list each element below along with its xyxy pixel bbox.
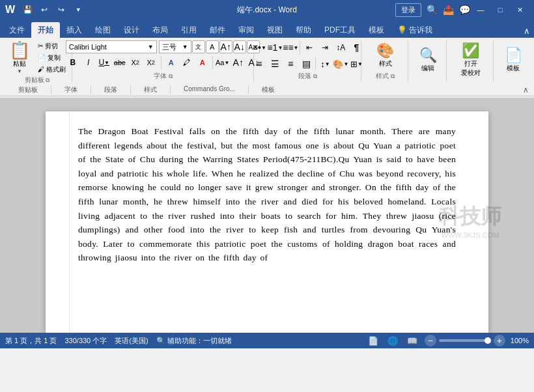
show-formatting-button[interactable]: ¶ <box>349 40 363 55</box>
zoom-thumb <box>485 337 491 344</box>
tab-templates[interactable]: 模板 <box>362 22 391 38</box>
zoom-slider[interactable] <box>439 339 491 342</box>
superscript-button[interactable]: X2 <box>144 55 158 70</box>
ribbon-section-labels: 剪贴板 字体 段落 样式 Commands Gro... 模板 <box>5 85 288 94</box>
font-size-aa[interactable]: A <box>206 40 219 53</box>
editing-button[interactable]: 🔍 编辑 <box>412 47 444 74</box>
print-layout-view-btn[interactable]: 📄 <box>366 335 380 346</box>
multilevel-list-button[interactable]: ≡≡ ▼ <box>283 40 298 55</box>
strikethrough-button[interactable]: abc <box>113 55 127 70</box>
sort-button[interactable]: ↕A <box>333 40 348 55</box>
increase-indent-button[interactable]: ⇥ <box>318 40 332 55</box>
bullets-button[interactable]: ≡• ▼ <box>252 40 266 55</box>
comment-icon[interactable]: 💬 <box>459 5 470 15</box>
font-size-wubi[interactable]: 文 <box>192 40 205 53</box>
align-center-btn[interactable]: ☰ <box>268 57 282 71</box>
italic-button[interactable]: I <box>81 55 96 70</box>
tab-pdf-tools[interactable]: PDF工具 <box>318 22 362 38</box>
section-label-paragraph: 段落 <box>91 85 131 94</box>
quick-access-dropdown[interactable]: ▼ <box>71 3 85 17</box>
zoom-out-btn[interactable]: − <box>425 335 436 346</box>
templates-group: 📄 模板 <box>495 40 531 82</box>
underline-button[interactable]: U ▼ <box>97 55 111 70</box>
text-effects-button[interactable]: A <box>164 55 178 70</box>
font-size-increase2[interactable]: A↑ <box>231 55 246 70</box>
paste-button[interactable]: 📋 粘贴 ▼ <box>7 40 33 76</box>
proofreader-label <box>452 81 489 82</box>
editing-content: 🔍 编辑 <box>412 40 444 81</box>
tab-file[interactable]: 文件 <box>3 22 31 38</box>
proofing-status: 🔍 辅助功能：一切就绪 <box>156 336 232 346</box>
proofreader-content: ✅ 打开爱校对 <box>455 40 487 81</box>
section-label-clipboard: 剪贴板 <box>5 85 51 94</box>
tab-view[interactable]: 视图 <box>260 22 289 38</box>
styles-button[interactable]: 🎨 样式 <box>369 42 402 70</box>
ribbon-search-icon[interactable]: 🔍 <box>427 5 438 15</box>
tab-mailings[interactable]: 邮件 <box>203 22 232 38</box>
subscript-button[interactable]: X2 <box>128 55 143 70</box>
section-label-templates2: 模板 <box>249 85 288 94</box>
share-icon[interactable]: 📤 <box>443 5 454 15</box>
paragraph-group: ≡• ▼ ≡1 ▼ ≡≡ ▼ ⇤ ⇥ ↕A ¶ ≡ ☰ ≡ ▤ ↕ ▼ 🎨 ▼ <box>255 40 361 82</box>
tab-references[interactable]: 引用 <box>175 22 203 38</box>
cut-button[interactable]: ✂ 剪切 <box>36 41 68 51</box>
line-spacing-btn[interactable]: ↕ ▼ <box>318 57 332 71</box>
bold-button[interactable]: B <box>66 55 80 70</box>
font-name-selector[interactable]: Calibri Light ▼ <box>66 40 157 53</box>
ribbon-row1: 📋 粘贴 ▼ ✂ 剪切 📄 复制 🖌 格式刷 剪贴板 ⧉ Calibri <box>0 39 534 83</box>
font-color-button[interactable]: A <box>195 55 210 70</box>
title-center: 端午.docx - Word <box>237 5 297 16</box>
decrease-indent-button[interactable]: ⇤ <box>302 40 316 55</box>
borders-btn[interactable]: ⊞ ▼ <box>349 57 363 71</box>
paragraph-label: 段落 ⧉ <box>259 72 357 82</box>
tab-design[interactable]: 设计 <box>117 22 146 38</box>
web-layout-view-btn[interactable]: 🌐 <box>386 335 400 346</box>
format-painter-button[interactable]: 🖌 格式刷 <box>36 64 68 75</box>
zoom-in-btn[interactable]: + <box>494 335 505 346</box>
tab-review[interactable]: 审阅 <box>232 22 260 38</box>
word-count: 330/330 个字 <box>64 336 107 346</box>
doc-area: 科技师 WWW.3KJS.COM The Dragon Boat Festiva… <box>0 98 534 333</box>
align-right-btn[interactable]: ≡ <box>283 57 298 71</box>
redo-btn[interactable]: ↪ <box>54 3 68 17</box>
close-btn[interactable]: ✕ <box>511 3 529 17</box>
font-size-selector[interactable]: 三号 ▼ <box>159 40 191 53</box>
title-left: W 💾 ↩ ↪ ▼ <box>5 3 85 17</box>
font-content: Calibri Light ▼ 三号 ▼ 文 A A↑ A↓ A✕ <box>66 40 261 72</box>
title-bar: W 💾 ↩ ↪ ▼ 端午.docx - Word 登录 🔍 📤 💬 — □ ✕ <box>0 0 534 20</box>
ribbon-tabs: 文件 开始 插入 绘图 设计 布局 引用 邮件 审阅 视图 帮助 PDF工具 模… <box>0 20 534 38</box>
justify-btn[interactable]: ▤ <box>299 57 313 71</box>
maximize-btn[interactable]: □ <box>491 3 509 17</box>
tab-help[interactable]: 帮助 <box>289 22 318 38</box>
templates-content: 📄 模板 <box>497 40 529 81</box>
save-quick-btn[interactable]: 💾 <box>20 3 35 17</box>
ribbon-collapse-btn[interactable]: ∧ <box>520 23 534 38</box>
align-left-btn[interactable]: ≡ <box>252 57 266 71</box>
undo-btn[interactable]: ↩ <box>37 3 51 17</box>
login-button[interactable]: 登录 <box>395 3 421 17</box>
copy-button[interactable]: 📄 复制 <box>36 53 68 63</box>
minimize-btn[interactable]: — <box>471 3 490 17</box>
shading-btn[interactable]: 🎨 ▼ <box>333 57 348 71</box>
document-text[interactable]: The Dragon Boat Festival falls on the fi… <box>78 124 456 265</box>
tab-layout[interactable]: 布局 <box>146 22 175 38</box>
templates-button[interactable]: 📄 模板 <box>497 47 529 74</box>
decrease-font-size[interactable]: A↓ <box>233 40 246 53</box>
increase-font-size[interactable]: A↑ <box>219 40 232 53</box>
tab-home[interactable]: 开始 <box>31 22 60 38</box>
styles-content: 🎨 样式 <box>369 40 402 72</box>
word-icon: W <box>5 4 15 16</box>
proofreader-button[interactable]: ✅ 打开爱校对 <box>455 42 487 79</box>
tab-draw[interactable]: 绘图 <box>89 22 117 38</box>
read-view-btn[interactable]: 📖 <box>405 335 419 346</box>
editing-label <box>414 81 442 82</box>
ribbon-collapse-arrow[interactable]: ∧ <box>523 85 529 94</box>
text-highlight-button[interactable]: 🖍 <box>180 55 194 70</box>
change-case-btn[interactable]: Aa ▼ <box>216 55 230 70</box>
tab-insert[interactable]: 插入 <box>60 22 89 38</box>
ribbon-bottom: 剪贴板 字体 段落 样式 Commands Gro... 模板 ∧ <box>0 83 534 96</box>
tab-tell-me[interactable]: 💡 告诉我 <box>391 22 439 38</box>
font-label: 字体 ⧉ <box>77 72 249 82</box>
section-label-styles: 样式 <box>131 85 171 94</box>
numbering-button[interactable]: ≡1 ▼ <box>268 40 282 55</box>
